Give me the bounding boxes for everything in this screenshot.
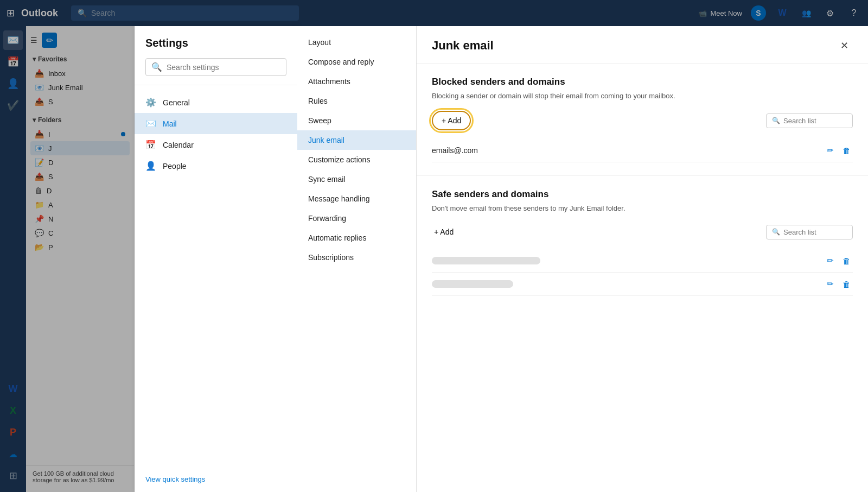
blocked-toolbar: + Add 🔍 (432, 111, 853, 130)
blocked-search-list[interactable]: 🔍 (766, 113, 853, 128)
safe-row-actions-1: ✏ 🗑 (825, 254, 853, 268)
safe-row-actions-2: ✏ 🗑 (825, 277, 853, 291)
sub-sync[interactable]: Sync email (297, 169, 416, 189)
sub-junk[interactable]: Junk email (297, 130, 416, 150)
general-label: General (163, 98, 190, 107)
settings-nav-general[interactable]: ⚙️ General (135, 92, 297, 113)
blocked-edit-button[interactable]: ✏ (825, 143, 836, 157)
sub-forwarding[interactable]: Forwarding (297, 209, 416, 228)
safe-placeholder-bar-1 (432, 255, 540, 267)
settings-header: Settings 🔍 (135, 26, 297, 85)
settings-title: Settings (145, 37, 286, 49)
blocked-delete-button[interactable]: 🗑 (840, 144, 853, 157)
sub-sweep[interactable]: Sweep (297, 111, 416, 130)
people-nav-icon: 👤 (145, 161, 156, 171)
blocked-email-row: emails@.com ✏ 🗑 (432, 139, 853, 162)
sub-compose[interactable]: Compose and reply (297, 52, 416, 72)
calendar-nav-icon: 📅 (145, 140, 156, 150)
settings-nav-people[interactable]: 👤 People (135, 155, 297, 176)
settings-panel: Settings 🔍 ⚙️ General ✉️ Mail 📅 Calendar… (135, 26, 297, 492)
blocked-row-actions: ✏ 🗑 (825, 143, 853, 157)
calendar-label: Calendar (163, 141, 194, 149)
safe-senders-section: Safe senders and domains Don't move emai… (417, 176, 868, 309)
view-quick-settings-link[interactable]: View quick settings (135, 471, 297, 492)
safe-toolbar: + Add 🔍 (432, 223, 853, 241)
safe-edit-button-2[interactable]: ✏ (825, 277, 836, 291)
settings-sub-panel: Layout Compose and reply Attachments Rul… (297, 26, 417, 492)
sub-rules[interactable]: Rules (297, 91, 416, 111)
mail-label: Mail (163, 119, 177, 128)
junk-email-title: Junk email (432, 39, 494, 53)
safe-add-button[interactable]: + Add (432, 223, 456, 241)
search-settings-input[interactable] (167, 63, 280, 72)
main-layout: ✉️ 📅 👤 ✔️ W X P ☁ ⊞ ☰ ✏ ▾ Favorites 📥 In… (0, 26, 868, 492)
people-label: People (163, 162, 187, 171)
blocked-email-address: emails@.com (432, 146, 825, 155)
settings-nav-mail[interactable]: ✉️ Mail (135, 113, 297, 134)
safe-edit-button-1[interactable]: ✏ (825, 254, 836, 268)
search-list-icon: 🔍 (772, 117, 780, 124)
settings-search-bar[interactable]: 🔍 (145, 58, 286, 76)
safe-placeholder-row-2: ✏ 🗑 (432, 273, 853, 296)
blocked-senders-section: Blocked senders and domains Blocking a s… (417, 64, 868, 176)
blocked-section-desc: Blocking a sender or domain will stop th… (432, 92, 853, 100)
settings-nav-calendar[interactable]: 📅 Calendar (135, 134, 297, 155)
general-icon: ⚙️ (145, 97, 156, 108)
sub-subscriptions[interactable]: Subscriptions (297, 248, 416, 267)
sub-attachments[interactable]: Attachments (297, 72, 416, 91)
junk-email-panel: Junk email ✕ Blocked senders and domains… (417, 26, 868, 492)
safe-section-desc: Don't move email from these senders to m… (432, 204, 853, 212)
settings-nav: ⚙️ General ✉️ Mail 📅 Calendar 👤 People (135, 85, 297, 471)
safe-placeholder-row-1: ✏ 🗑 (432, 249, 853, 273)
safe-section-title: Safe senders and domains (432, 189, 853, 200)
safe-search-list[interactable]: 🔍 (766, 225, 853, 239)
search-settings-icon: 🔍 (151, 62, 162, 72)
search-safe-icon: 🔍 (772, 228, 780, 236)
close-button[interactable]: ✕ (835, 37, 853, 54)
sub-automatic[interactable]: Automatic replies (297, 228, 416, 248)
safe-delete-button-1[interactable]: 🗑 (840, 254, 853, 268)
safe-search-input[interactable] (783, 228, 847, 236)
sub-layout[interactable]: Layout (297, 33, 416, 52)
blocked-section-title: Blocked senders and domains (432, 77, 853, 87)
mail-nav-icon: ✉️ (145, 118, 156, 129)
sub-message[interactable]: Message handling (297, 189, 416, 209)
blocked-search-input[interactable] (783, 117, 847, 125)
blocked-add-button[interactable]: + Add (432, 111, 471, 130)
safe-placeholder-bar-2 (432, 278, 513, 290)
junk-email-header: Junk email ✕ (417, 26, 868, 64)
sub-customize[interactable]: Customize actions (297, 150, 416, 169)
mail-sub-list: Layout Compose and reply Attachments Rul… (297, 26, 416, 274)
safe-delete-button-2[interactable]: 🗑 (840, 277, 853, 291)
